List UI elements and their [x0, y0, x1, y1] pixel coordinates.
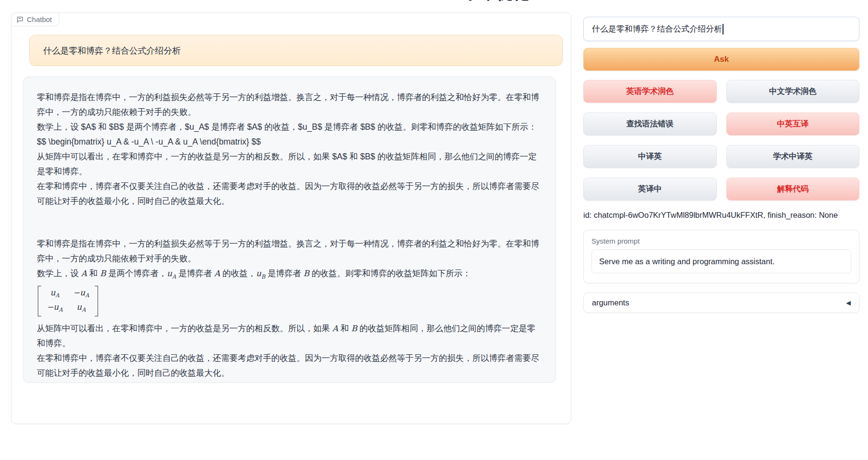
- system-prompt-group: System prompt Serve me as a writing and …: [583, 230, 859, 283]
- user-message-bubble: 什么是零和博弈？结合公式介绍分析: [29, 35, 563, 66]
- matrix-cell-21: −uA: [47, 301, 63, 315]
- answer-block-gap: [37, 209, 542, 236]
- button-english-academic-polish[interactable]: 英语学术润色: [583, 80, 717, 103]
- bot-raw-paragraph-1: 零和博弈是指在博弈中，一方的利益损失必然等于另一方的利益增益。换言之，对于每一种…: [37, 90, 542, 120]
- matrix-cells: uA −uA −uA uA: [41, 286, 95, 317]
- bot-answer-raw: 零和博弈是指在博弈中，一方的利益损失必然等于另一方的利益增益。换言之，对于每一种…: [37, 90, 542, 209]
- bot-rendered-paragraph-1: 零和博弈是指在博弈中，一方的利益损失必然等于另一方的利益增益。换言之，对于每一种…: [37, 236, 542, 266]
- chatbot-panel-label: Chatbot: [11, 12, 59, 26]
- bot-raw-latex-line: $$ \begin{bmatrix} u_A & -u_A \ -u_A & u…: [37, 135, 542, 149]
- matrix-cell-22: uA: [73, 301, 89, 315]
- quick-action-buttons: 英语学术润色 中文学术润色 查找语法错误 中英互译 中译英 学术中译英 英译中 …: [583, 80, 859, 201]
- arguments-accordion[interactable]: arguments ◀: [583, 292, 859, 313]
- response-status-line: id: chatcmpl-6wOo7KrYTwMl89lbrMWRu4UkFFX…: [583, 211, 859, 220]
- button-english-to-chinese[interactable]: 英译中: [583, 178, 717, 201]
- matrix-right-bracket: [95, 286, 98, 317]
- text-cursor: [723, 24, 723, 34]
- question-input-value: 什么是零和博弈？结合公式介绍分析: [592, 23, 722, 34]
- chatbot-panel: Chatbot 什么是零和博弈？结合公式介绍分析 零和博弈是指在博弈中，一方的利…: [11, 12, 571, 424]
- user-message-text: 什么是零和博弈？结合公式介绍分析: [43, 45, 181, 56]
- button-academic-chinese-to-english[interactable]: 学术中译英: [726, 145, 860, 168]
- page-title: ChatGPT 学术优化: [316, 0, 603, 3]
- button-chinese-to-english[interactable]: 中译英: [583, 145, 717, 168]
- bot-raw-paragraph-4: 从矩阵中可以看出，在零和博弈中，一方的收益是另一方的相反数。所以，如果 $A$ …: [37, 149, 542, 179]
- arguments-accordion-label: arguments: [592, 298, 629, 307]
- button-find-grammar-errors[interactable]: 查找语法错误: [583, 112, 717, 135]
- button-chinese-academic-polish[interactable]: 中文学术润色: [726, 80, 860, 103]
- accordion-collapse-icon: ◀: [846, 299, 851, 306]
- bot-message-bubble: 零和博弈是指在博弈中，一方的利益损失必然等于另一方的利益增益。换言之，对于每一种…: [23, 77, 556, 383]
- button-explain-code[interactable]: 解释代码: [726, 178, 860, 201]
- bot-rendered-paragraph-5: 在零和博弈中，博弈者不仅要关注自己的收益，还需要考虑对手的收益。因为一方取得的收…: [37, 351, 542, 381]
- ask-button[interactable]: Ask: [583, 48, 859, 71]
- system-prompt-value: Serve me as a writing and programming as…: [599, 257, 775, 266]
- bot-answer-rendered: 零和博弈是指在博弈中，一方的利益损失必然等于另一方的利益增益。换言之，对于每一种…: [37, 236, 542, 381]
- bot-rendered-paragraph-4: 从矩阵中可以看出，在零和博弈中，一方的收益是另一方的相反数。所以，如果 A 和 …: [37, 321, 542, 351]
- bot-raw-paragraph-2: 数学上，设 $A$ 和 $B$ 是两个博弈者，$u_A$ 是博弈者 $A$ 的收…: [37, 120, 542, 135]
- matrix-cell-11: uA: [47, 287, 63, 301]
- payoff-matrix: uA −uA −uA uA: [38, 286, 98, 317]
- bot-rendered-math-sentence: 数学上，设 A 和 B 是两个博弈者，uA 是博弈者 A 的收益，uB 是博弈者…: [37, 266, 542, 284]
- button-chinese-english-mutual[interactable]: 中英互译: [726, 112, 860, 135]
- matrix-left-bracket: [38, 286, 41, 317]
- question-input[interactable]: 什么是零和博弈？结合公式介绍分析: [583, 17, 859, 41]
- chatbot-label-text: Chatbot: [27, 15, 52, 23]
- chat-bubble-icon: [16, 16, 23, 23]
- system-prompt-label: System prompt: [591, 237, 851, 245]
- matrix-cell-12: −uA: [73, 287, 89, 301]
- system-prompt-input[interactable]: Serve me as a writing and programming as…: [591, 249, 851, 273]
- bot-raw-paragraph-5: 在零和博弈中，博弈者不仅要关注自己的收益，还需要考虑对手的收益。因为一方取得的收…: [37, 179, 542, 209]
